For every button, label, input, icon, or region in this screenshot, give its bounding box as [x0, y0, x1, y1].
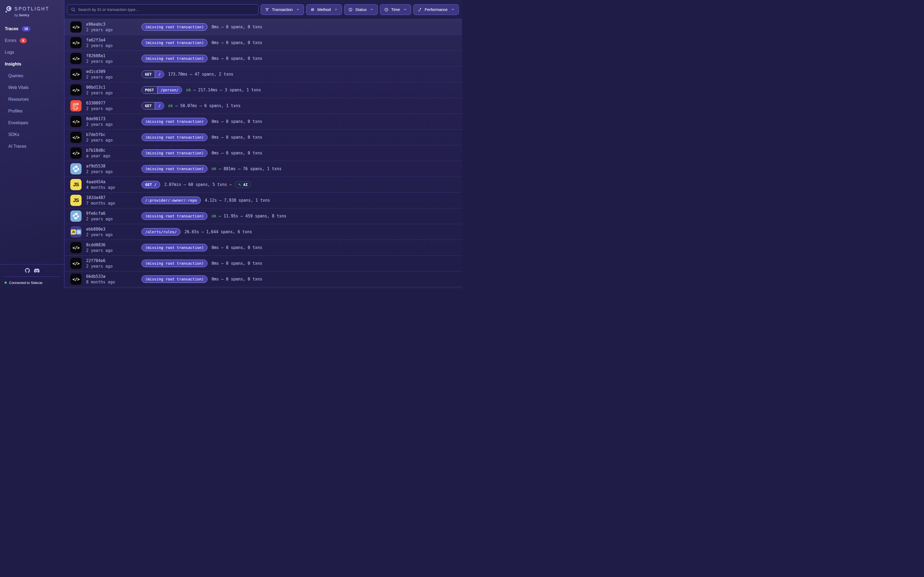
count-badge: 18	[22, 26, 31, 32]
trace-list: </> e96eabc3 2 years ago (missing root t…	[65, 19, 462, 288]
sidebar-item-errors[interactable]: Errors 4	[3, 35, 61, 47]
sidebar-item-logs[interactable]: Logs	[3, 47, 61, 58]
filter-transaction-button[interactable]: Transaction	[261, 4, 304, 15]
code-icon: </>	[70, 84, 82, 96]
stats-text: 0ms — 0 spans, 0 txns	[212, 245, 262, 250]
filter-method-button[interactable]: Method	[306, 4, 342, 15]
sidebar-item-web-vitals[interactable]: Web Vitals	[3, 82, 61, 93]
main-panel: Transaction Method Status Time Performan…	[65, 0, 462, 288]
sidebar-item-resources[interactable]: Resources	[3, 93, 61, 105]
trace-row[interactable]: 63300977 2 years ago GET/ ok — 50.07ms —…	[65, 98, 462, 114]
trace-row[interactable]: JS ebb880e3 2 years ago /alerts/rules/ 2…	[65, 224, 462, 240]
trace-age: 2 years ago	[86, 248, 141, 253]
stats-text: 0ms — 0 spans, 0 txns	[212, 277, 262, 282]
trace-stats: 173.70ms — 47 spans, 2 txns	[168, 72, 233, 77]
sidebar-item-envelopes[interactable]: Envelopes	[3, 117, 61, 129]
trace-summary: (missing root transaction) 0ms — 0 spans…	[141, 244, 262, 251]
trace-summary: (missing root transaction) 0ms — 0 spans…	[141, 276, 262, 283]
trace-row[interactable]: JS 102da487 7 months ago /:provider/:own…	[65, 193, 462, 208]
trace-age: a year ago	[86, 153, 141, 158]
trace-row[interactable]: </> 00bd13c1 2 years ago POST/person/ ok…	[65, 82, 462, 98]
stats-text: 0ms — 0 spans, 0 txns	[212, 24, 262, 29]
transaction-badge: (missing root transaction)	[141, 259, 207, 267]
trace-id: af9d5538	[86, 164, 141, 169]
stats-text: — 217.14ms — 3 spans, 1 txns	[191, 88, 261, 92]
sidebar-item-traces[interactable]: Traces 18	[3, 23, 61, 35]
filter-status-button[interactable]: Status	[344, 4, 378, 15]
trace-id: ebb880e3	[86, 227, 141, 232]
trace-meta: fa62f3a4 2 years ago	[86, 38, 141, 48]
app-title: SPOTLIGHT	[15, 5, 50, 13]
transaction-badge: (missing root transaction)	[141, 149, 207, 157]
trace-row[interactable]: </> f82608a1 2 years ago (missing root t…	[65, 51, 462, 66]
sidebar-item-label: SDKs	[8, 132, 19, 137]
trace-age: 2 years ago	[86, 138, 141, 143]
trace-id: 22f704e6	[86, 258, 141, 263]
trace-row[interactable]: JS 4aad454a 4 months ago GET / 2.07min —…	[65, 177, 462, 193]
trace-age: 2 years ago	[86, 232, 141, 237]
transaction-badge: /alerts/rules/	[141, 228, 181, 235]
trace-row[interactable]: 9fe6cfa6 2 years ago (missing root trans…	[65, 208, 462, 224]
trace-id: 63300977	[86, 101, 141, 105]
trace-row[interactable]: </> 8cdd0836 2 years ago (missing root t…	[65, 240, 462, 256]
trace-row[interactable]: </> 22f704e6 2 years ago (missing root t…	[65, 256, 462, 271]
trace-stats: 0ms — 0 spans, 0 txns	[212, 56, 262, 61]
toolbar: Transaction Method Status Time Performan…	[65, 0, 462, 19]
github-icon[interactable]	[25, 268, 30, 273]
trace-row[interactable]: </> 66db533a 8 months ago (missing root …	[65, 271, 462, 287]
trace-summary: GET/ ok — 50.07ms — 6 spans, 1 txns	[141, 102, 241, 110]
trace-stats: 0ms — 0 spans, 0 txns	[212, 40, 262, 45]
trace-row[interactable]: </> e96eabc3 2 years ago (missing root t…	[65, 19, 462, 35]
trace-row[interactable]: </> b7de5fbc 2 years ago (missing root t…	[65, 130, 462, 145]
trace-id: 102da487	[86, 195, 141, 200]
filter-label: Method	[317, 7, 331, 12]
trace-id: ed1cd309	[86, 69, 141, 74]
trace-stats: 0ms — 0 spans, 0 txns	[212, 277, 262, 282]
method-path-badge: GET/	[141, 102, 164, 110]
trace-id: fa62f3a4	[86, 38, 141, 42]
trace-age: 2 years ago	[86, 217, 141, 221]
trace-stats: 4.12s — 7,938 spans, 1 txns	[205, 198, 270, 203]
trace-age: 2 years ago	[86, 27, 141, 32]
trace-age: 2 years ago	[86, 264, 141, 269]
code-icon: </>	[70, 116, 82, 127]
discord-icon[interactable]	[34, 269, 40, 273]
trace-row[interactable]: </> 8de90173 2 years ago (missing root t…	[65, 114, 462, 130]
sidebar-item-queries[interactable]: Queries	[3, 70, 61, 82]
trace-meta: b7b18d8c a year ago	[86, 148, 141, 158]
search-input[interactable]	[78, 7, 255, 12]
sidebar-item-sdks[interactable]: SDKs	[3, 129, 61, 140]
code-icon: </>	[70, 69, 82, 80]
spotlight-logo-icon	[5, 6, 12, 13]
sidebar-item-insights[interactable]: Insights	[3, 58, 61, 70]
sidebar-item-label: Logs	[5, 50, 14, 55]
trace-row[interactable]: af9d5538 2 years ago (missing root trans…	[65, 161, 462, 177]
python-icon	[76, 229, 81, 235]
transaction-badge: (missing root transaction)	[141, 244, 207, 251]
trace-summary: (missing root transaction) 0ms — 0 spans…	[141, 23, 262, 31]
trace-row[interactable]: </> b7b18d8c a year ago (missing root tr…	[65, 145, 462, 161]
filter-performance-button[interactable]: Performance	[414, 4, 459, 15]
sidebar-item-label: AI Traces	[8, 144, 26, 149]
trace-stats: ok — 50.07ms — 6 spans, 1 txns	[168, 103, 241, 108]
python-icon	[70, 211, 82, 222]
trace-stats: ok — 881ms — 76 spans, 1 txns	[212, 166, 281, 171]
trace-id: e96eabc3	[86, 22, 141, 27]
transaction-badge: (missing root transaction)	[141, 165, 207, 172]
sidebar-item-ai-traces[interactable]: AI Traces	[3, 140, 61, 152]
transaction-badge: /:provider/:owner/:repo	[141, 197, 201, 204]
trace-age: 2 years ago	[86, 106, 141, 111]
trace-meta: ed1cd309 2 years ago	[86, 69, 141, 80]
sidecar-status: Connected to Sidecar	[0, 277, 64, 288]
trace-stats: ok — 217.14ms — 3 spans, 1 txns	[186, 88, 261, 92]
chevron-down-icon	[370, 8, 373, 11]
trace-row[interactable]: </> fa62f3a4 2 years ago (missing root t…	[65, 35, 462, 51]
chevron-down-icon	[451, 8, 454, 11]
funnel-icon	[265, 8, 269, 12]
chevron-down-icon	[334, 8, 338, 11]
sidebar-item-profiles[interactable]: Profiles	[3, 105, 61, 117]
trace-row[interactable]: </> ed1cd309 2 years ago GET/ 173.70ms —…	[65, 66, 462, 82]
transaction-badge: (missing root transaction)	[141, 118, 207, 125]
code-icon: </>	[70, 21, 82, 32]
filter-time-button[interactable]: Time	[380, 4, 411, 15]
